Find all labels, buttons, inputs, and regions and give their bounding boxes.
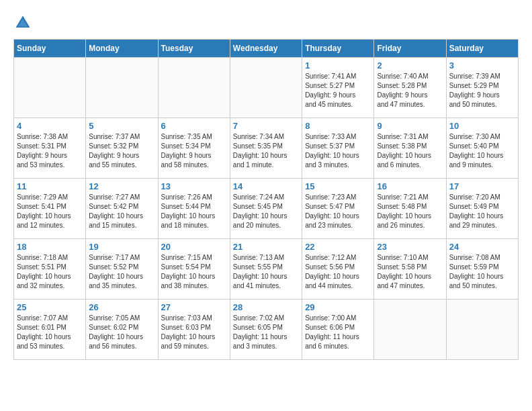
day-content: Sunrise: 7:29 AMSunset: 5:41 PMDaylight:… [17, 193, 83, 230]
calendar-cell: 19Sunrise: 7:17 AMSunset: 5:52 PMDayligh… [86, 239, 158, 300]
day-number: 25 [17, 302, 83, 312]
calendar-cell: 17Sunrise: 7:20 AMSunset: 5:49 PMDayligh… [446, 179, 518, 239]
day-number: 27 [161, 302, 227, 312]
day-content: Sunrise: 7:07 AMSunset: 6:01 PMDaylight:… [17, 314, 83, 351]
calendar-cell: 21Sunrise: 7:13 AMSunset: 5:55 PMDayligh… [230, 239, 302, 300]
day-number: 16 [377, 181, 443, 191]
calendar-cell: 12Sunrise: 7:27 AMSunset: 5:42 PMDayligh… [86, 179, 158, 239]
day-content: Sunrise: 7:12 AMSunset: 5:56 PMDaylight:… [305, 253, 371, 291]
day-number: 5 [89, 121, 154, 131]
calendar-cell: 22Sunrise: 7:12 AMSunset: 5:56 PMDayligh… [302, 239, 374, 300]
day-content: Sunrise: 7:08 AMSunset: 5:59 PMDaylight:… [449, 253, 515, 291]
day-number: 7 [233, 121, 299, 131]
day-content: Sunrise: 7:38 AMSunset: 5:31 PMDaylight:… [17, 132, 83, 170]
day-content: Sunrise: 7:00 AMSunset: 6:06 PMDaylight:… [305, 314, 371, 351]
calendar-cell: 9Sunrise: 7:31 AMSunset: 5:38 PMDaylight… [374, 118, 446, 179]
day-content: Sunrise: 7:02 AMSunset: 6:05 PMDaylight:… [233, 314, 299, 351]
day-number: 23 [377, 242, 443, 252]
calendar-week-1: 1Sunrise: 7:41 AMSunset: 5:27 PMDaylight… [14, 58, 519, 118]
calendar-cell: 7Sunrise: 7:34 AMSunset: 5:35 PMDaylight… [230, 118, 302, 179]
day-content: Sunrise: 7:03 AMSunset: 6:03 PMDaylight:… [161, 314, 227, 351]
day-content: Sunrise: 7:10 AMSunset: 5:58 PMDaylight:… [377, 253, 443, 291]
day-content: Sunrise: 7:41 AMSunset: 5:27 PMDaylight:… [305, 72, 371, 109]
day-content: Sunrise: 7:26 AMSunset: 5:44 PMDaylight:… [161, 193, 227, 230]
day-content: Sunrise: 7:23 AMSunset: 5:47 PMDaylight:… [305, 193, 371, 230]
calendar-cell: 16Sunrise: 7:21 AMSunset: 5:48 PMDayligh… [374, 179, 446, 239]
calendar-cell: 28Sunrise: 7:02 AMSunset: 6:05 PMDayligh… [230, 300, 302, 360]
day-number: 24 [449, 242, 515, 252]
logo-icon [13, 13, 32, 32]
calendar-week-3: 11Sunrise: 7:29 AMSunset: 5:41 PMDayligh… [14, 179, 519, 239]
day-number: 9 [377, 121, 443, 131]
calendar-cell [86, 58, 158, 118]
calendar-cell: 24Sunrise: 7:08 AMSunset: 5:59 PMDayligh… [446, 239, 518, 300]
day-content: Sunrise: 7:21 AMSunset: 5:48 PMDaylight:… [377, 193, 443, 230]
day-content: Sunrise: 7:18 AMSunset: 5:51 PMDaylight:… [17, 253, 83, 291]
day-number: 14 [233, 181, 299, 191]
day-number: 13 [161, 181, 227, 191]
day-number: 1 [305, 60, 371, 71]
day-header-saturday: Saturday [446, 40, 518, 58]
day-content: Sunrise: 7:39 AMSunset: 5:29 PMDaylight:… [449, 72, 515, 109]
calendar-cell: 1Sunrise: 7:41 AMSunset: 5:27 PMDaylight… [302, 58, 374, 118]
calendar-week-4: 18Sunrise: 7:18 AMSunset: 5:51 PMDayligh… [14, 239, 519, 300]
day-header-tuesday: Tuesday [158, 40, 230, 58]
day-number: 10 [449, 121, 515, 131]
day-number: 28 [233, 302, 299, 312]
day-content: Sunrise: 7:24 AMSunset: 5:45 PMDaylight:… [233, 193, 299, 230]
calendar-cell: 15Sunrise: 7:23 AMSunset: 5:47 PMDayligh… [302, 179, 374, 239]
day-number: 8 [305, 121, 371, 131]
day-header-thursday: Thursday [302, 40, 374, 58]
day-content: Sunrise: 7:34 AMSunset: 5:35 PMDaylight:… [233, 132, 299, 170]
calendar-cell [14, 58, 86, 118]
day-number: 20 [161, 242, 227, 252]
day-header-monday: Monday [86, 40, 158, 58]
calendar-cell: 25Sunrise: 7:07 AMSunset: 6:01 PMDayligh… [14, 300, 86, 360]
day-content: Sunrise: 7:37 AMSunset: 5:32 PMDaylight:… [89, 132, 154, 170]
page-header [13, 13, 519, 32]
calendar-cell: 14Sunrise: 7:24 AMSunset: 5:45 PMDayligh… [230, 179, 302, 239]
day-number: 19 [89, 242, 154, 252]
calendar-cell: 27Sunrise: 7:03 AMSunset: 6:03 PMDayligh… [158, 300, 230, 360]
day-number: 21 [233, 242, 299, 252]
day-content: Sunrise: 7:33 AMSunset: 5:37 PMDaylight:… [305, 132, 371, 170]
calendar-cell: 3Sunrise: 7:39 AMSunset: 5:29 PMDaylight… [446, 58, 518, 118]
calendar-cell [230, 58, 302, 118]
day-number: 2 [377, 60, 443, 71]
day-content: Sunrise: 7:17 AMSunset: 5:52 PMDaylight:… [89, 253, 154, 291]
calendar-cell: 26Sunrise: 7:05 AMSunset: 6:02 PMDayligh… [86, 300, 158, 360]
day-content: Sunrise: 7:05 AMSunset: 6:02 PMDaylight:… [89, 314, 154, 351]
day-content: Sunrise: 7:20 AMSunset: 5:49 PMDaylight:… [449, 193, 515, 230]
day-number: 18 [17, 242, 83, 252]
calendar-cell: 18Sunrise: 7:18 AMSunset: 5:51 PMDayligh… [14, 239, 86, 300]
day-number: 3 [449, 60, 515, 71]
day-header-friday: Friday [374, 40, 446, 58]
calendar-cell: 13Sunrise: 7:26 AMSunset: 5:44 PMDayligh… [158, 179, 230, 239]
logo [13, 13, 35, 32]
day-header-wednesday: Wednesday [230, 40, 302, 58]
day-content: Sunrise: 7:35 AMSunset: 5:34 PMDaylight:… [161, 132, 227, 170]
day-content: Sunrise: 7:13 AMSunset: 5:55 PMDaylight:… [233, 253, 299, 291]
day-content: Sunrise: 7:30 AMSunset: 5:40 PMDaylight:… [449, 132, 515, 170]
calendar-week-2: 4Sunrise: 7:38 AMSunset: 5:31 PMDaylight… [14, 118, 519, 179]
calendar-cell: 2Sunrise: 7:40 AMSunset: 5:28 PMDaylight… [374, 58, 446, 118]
day-number: 15 [305, 181, 371, 191]
day-content: Sunrise: 7:40 AMSunset: 5:28 PMDaylight:… [377, 72, 443, 109]
calendar-cell: 29Sunrise: 7:00 AMSunset: 6:06 PMDayligh… [302, 300, 374, 360]
day-number: 12 [89, 181, 154, 191]
day-number: 4 [17, 121, 83, 131]
calendar-cell [158, 58, 230, 118]
calendar-cell: 6Sunrise: 7:35 AMSunset: 5:34 PMDaylight… [158, 118, 230, 179]
calendar-cell: 11Sunrise: 7:29 AMSunset: 5:41 PMDayligh… [14, 179, 86, 239]
calendar-header-row: SundayMondayTuesdayWednesdayThursdayFrid… [14, 40, 519, 58]
day-content: Sunrise: 7:27 AMSunset: 5:42 PMDaylight:… [89, 193, 154, 230]
calendar-cell: 10Sunrise: 7:30 AMSunset: 5:40 PMDayligh… [446, 118, 518, 179]
calendar-cell: 8Sunrise: 7:33 AMSunset: 5:37 PMDaylight… [302, 118, 374, 179]
day-header-sunday: Sunday [14, 40, 86, 58]
day-number: 17 [449, 181, 515, 191]
calendar-cell: 20Sunrise: 7:15 AMSunset: 5:54 PMDayligh… [158, 239, 230, 300]
calendar-cell: 5Sunrise: 7:37 AMSunset: 5:32 PMDaylight… [86, 118, 158, 179]
day-content: Sunrise: 7:15 AMSunset: 5:54 PMDaylight:… [161, 253, 227, 291]
day-content: Sunrise: 7:31 AMSunset: 5:38 PMDaylight:… [377, 132, 443, 170]
day-number: 22 [305, 242, 371, 252]
